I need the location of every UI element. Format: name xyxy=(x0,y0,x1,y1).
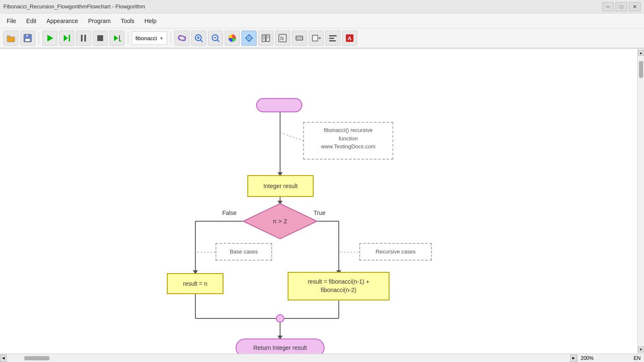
canvas[interactable]: fibonacci() recursivefunctionwww.Testing… xyxy=(0,49,637,354)
terminal-return[interactable]: Return Integer result xyxy=(236,339,325,354)
toolbar: fibonacci ▼ fx A xyxy=(0,28,644,49)
scroll-right-button[interactable]: ▶ xyxy=(570,354,577,362)
menu-file[interactable]: File xyxy=(2,15,21,27)
play-button[interactable] xyxy=(42,31,57,46)
main-area: fibonacci() recursivefunctionwww.Testing… xyxy=(0,49,644,354)
svg-text:A: A xyxy=(348,35,352,41)
step-button[interactable] xyxy=(59,31,74,46)
columns-button[interactable] xyxy=(258,31,273,46)
svg-rect-13 xyxy=(119,41,121,41)
function-name: fibonacci xyxy=(135,35,157,41)
separator-3 xyxy=(171,32,171,44)
note-base: Base cases xyxy=(216,243,272,261)
decision-n2[interactable]: n > 2 xyxy=(242,203,318,240)
scroll-track-h xyxy=(8,356,569,360)
svg-marker-5 xyxy=(47,35,53,41)
dropdown-arrow: ▼ xyxy=(159,36,164,41)
menu-help[interactable]: Help xyxy=(140,15,162,27)
svg-line-19 xyxy=(200,40,203,42)
svg-line-22 xyxy=(217,40,219,42)
structure-button[interactable] xyxy=(242,31,257,46)
separator-1 xyxy=(39,32,39,44)
horizontal-scrollbar[interactable]: ◀ ▶ xyxy=(0,354,577,362)
svg-rect-4 xyxy=(29,35,29,37)
svg-line-49 xyxy=(280,132,303,141)
scroll-up-button[interactable]: ▲ xyxy=(638,50,644,56)
svg-rect-39 xyxy=(312,35,318,41)
terminal-return-label: Return Integer result xyxy=(253,344,307,351)
proc-integer-result-label: Integer result xyxy=(263,183,298,189)
run-step-button[interactable] xyxy=(109,31,125,46)
svg-marker-11 xyxy=(114,35,118,41)
export-button[interactable] xyxy=(309,31,324,46)
open-button[interactable] xyxy=(3,31,18,46)
svg-text:fx: fx xyxy=(280,36,284,41)
zoom-in-button[interactable] xyxy=(191,31,206,46)
close-button[interactable]: ✕ xyxy=(629,2,641,11)
proc-result-fib-label: result = fibonacci(n-1) +fibonacci(n-2) xyxy=(308,278,369,294)
svg-rect-9 xyxy=(84,35,86,41)
svg-rect-3 xyxy=(25,39,30,41)
menu-edit[interactable]: Edit xyxy=(21,15,42,27)
statusbar: 200% EN xyxy=(577,354,644,362)
svg-rect-43 xyxy=(329,38,334,39)
shape2-button[interactable] xyxy=(292,31,307,46)
svg-text:n > 2: n > 2 xyxy=(273,217,287,225)
maximize-button[interactable]: □ xyxy=(615,2,627,11)
svg-rect-10 xyxy=(97,35,103,41)
pause-button[interactable] xyxy=(76,31,91,46)
translate-button[interactable]: A xyxy=(342,31,357,46)
svg-point-15 xyxy=(178,34,187,42)
scroll-left-button[interactable]: ◀ xyxy=(0,354,7,362)
flowchart-arrows xyxy=(0,49,637,354)
note-recursive: Recursive cases xyxy=(359,243,432,261)
svg-rect-42 xyxy=(329,35,337,36)
svg-rect-36 xyxy=(296,36,303,40)
window-controls: ─ □ ✕ xyxy=(602,2,641,11)
menu-appearance[interactable]: Appearance xyxy=(42,15,83,27)
svg-rect-7 xyxy=(69,35,70,41)
stop-button[interactable] xyxy=(93,31,108,46)
terminal-start xyxy=(256,98,302,112)
svg-marker-41 xyxy=(319,37,321,39)
vertical-scrollbar[interactable]: ▲ ▼ xyxy=(637,49,644,354)
scroll-down-button[interactable]: ▼ xyxy=(638,346,644,352)
svg-rect-8 xyxy=(81,35,83,41)
separator-2 xyxy=(128,32,128,44)
svg-rect-12 xyxy=(119,35,120,41)
bottom-bar: ◀ ▶ 200% EN xyxy=(0,354,644,362)
svg-rect-28 xyxy=(266,35,270,41)
zoom-out-button[interactable] xyxy=(208,31,223,46)
proc-result-n-label: result = n xyxy=(183,280,208,287)
menubar: File Edit Appearance Program Tools Help xyxy=(0,13,644,28)
svg-rect-0 xyxy=(7,37,15,42)
shapes-button[interactable] xyxy=(174,31,190,46)
proc-result-fib[interactable]: result = fibonacci(n-1) +fibonacci(n-2) xyxy=(288,272,390,300)
language-indicator: EN xyxy=(634,355,641,361)
menu-tools[interactable]: Tools xyxy=(116,15,140,27)
connector-join xyxy=(276,314,284,323)
align-button[interactable] xyxy=(325,31,340,46)
scroll-thumb-v[interactable] xyxy=(639,61,643,78)
minimize-button[interactable]: ─ xyxy=(602,2,614,11)
color-button[interactable] xyxy=(225,31,240,46)
titlebar: Fibonacci_Recursion_FlowgorithmFlowchart… xyxy=(0,0,644,13)
svg-rect-27 xyxy=(262,35,265,41)
formula-button[interactable]: fx xyxy=(275,31,290,46)
scroll-track-v xyxy=(639,57,644,345)
svg-marker-6 xyxy=(64,35,68,41)
save-button[interactable] xyxy=(20,31,35,46)
zoom-level: 200% xyxy=(581,355,594,361)
scroll-thumb-h[interactable] xyxy=(24,356,49,360)
label-false: False xyxy=(222,209,236,216)
menu-program[interactable]: Program xyxy=(83,15,116,27)
svg-rect-44 xyxy=(329,40,336,41)
proc-result-n[interactable]: result = n xyxy=(167,273,223,294)
title-text: Fibonacci_Recursion_FlowgorithmFlowchart… xyxy=(3,3,145,10)
function-dropdown[interactable]: fibonacci ▼ xyxy=(132,31,167,45)
note-main: fibonacci() recursivefunctionwww.Testing… xyxy=(303,122,393,160)
proc-integer-result[interactable]: Integer result xyxy=(247,175,314,197)
